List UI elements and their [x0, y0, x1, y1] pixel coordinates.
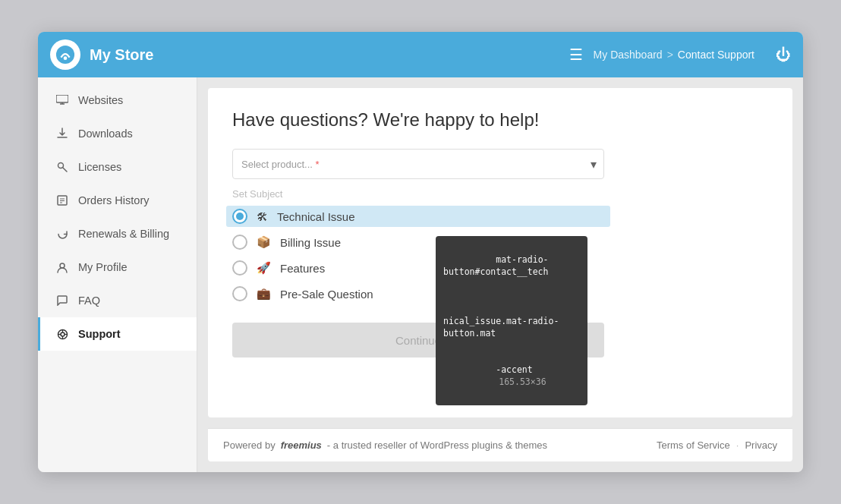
- profile-icon: [55, 260, 69, 274]
- sidebar: Websites Downloads Lic: [38, 77, 197, 472]
- orders-icon: [55, 194, 69, 207]
- svg-rect-2: [56, 95, 68, 102]
- content-panel: Have questions? We're happy to help! Sel…: [208, 88, 792, 417]
- main-content: Have questions? We're happy to help! Sel…: [197, 77, 803, 472]
- radio-technical-label: Technical Issue: [277, 210, 355, 223]
- sidebar-item-profile[interactable]: My Profile: [38, 250, 197, 284]
- sidebar-item-orders[interactable]: Orders History: [38, 184, 197, 217]
- sidebar-label-faq: FAQ: [78, 295, 100, 307]
- footer-tagline: - a trusted reseller of WordPress plugin…: [327, 439, 547, 451]
- sidebar-item-renewals[interactable]: Renewals & Billing: [38, 217, 197, 250]
- select-product-row: Select product... * ▾: [232, 149, 604, 179]
- sidebar-label-support: Support: [78, 328, 121, 340]
- radio-presale-label: Pre-Sale Question: [280, 288, 373, 301]
- app-window: My Store ☰ My Dashboard > Contact Suppor…: [38, 32, 803, 472]
- downloads-icon: [55, 127, 69, 140]
- subject-section: Set Subject: [232, 188, 604, 200]
- faq-icon: [55, 294, 69, 307]
- breadcrumb-separator: >: [667, 49, 673, 61]
- sidebar-label-profile: My Profile: [78, 261, 127, 273]
- power-icon[interactable]: ⏻: [776, 46, 791, 64]
- radio-features[interactable]: 🚀 Features: [232, 260, 604, 276]
- radio-billing-emoji: 📦: [257, 235, 271, 249]
- breadcrumb-dashboard[interactable]: My Dashboard: [594, 49, 663, 61]
- licenses-icon: [55, 160, 69, 174]
- sidebar-item-downloads[interactable]: Downloads: [38, 117, 197, 150]
- radio-features-emoji: 🚀: [257, 261, 271, 275]
- footer-dot: ·: [736, 439, 739, 451]
- subject-radio-group: 🛠 Technical Issue 📦 Billing Issue 🚀 Feat…: [232, 209, 604, 301]
- radio-billing-label: Billing Issue: [280, 236, 341, 249]
- svg-point-11: [60, 263, 65, 268]
- sidebar-label-orders: Orders History: [78, 194, 149, 206]
- footer: Powered by freemius - a trusted reseller…: [208, 428, 792, 461]
- main-layout: Websites Downloads Lic: [38, 77, 803, 472]
- radio-billing-circle: [232, 235, 247, 250]
- websites-icon: [55, 93, 69, 107]
- sidebar-label-renewals: Renewals & Billing: [78, 228, 169, 240]
- store-name: My Store: [90, 46, 153, 64]
- header: My Store ☰ My Dashboard > Contact Suppor…: [38, 32, 803, 77]
- privacy-link[interactable]: Privacy: [745, 439, 777, 451]
- radio-presale-emoji: 💼: [257, 287, 271, 301]
- svg-line-6: [63, 168, 68, 172]
- radio-presale-circle: [232, 286, 247, 301]
- sidebar-label-downloads: Downloads: [78, 128, 133, 140]
- radio-features-label: Features: [280, 262, 325, 275]
- radio-presale[interactable]: 💼 Pre-Sale Question: [232, 286, 604, 301]
- sidebar-item-licenses[interactable]: Licenses: [38, 150, 197, 184]
- radio-technical-issue[interactable]: 🛠 Technical Issue: [226, 206, 610, 227]
- sidebar-label-licenses: Licenses: [78, 161, 121, 173]
- sidebar-item-support[interactable]: Support: [38, 317, 197, 351]
- svg-point-1: [64, 56, 68, 60]
- radio-features-circle: [232, 260, 247, 276]
- radio-billing-issue[interactable]: 📦 Billing Issue: [232, 235, 604, 250]
- continue-button[interactable]: Continue: [232, 323, 604, 358]
- renewals-icon: [55, 227, 69, 241]
- breadcrumb: ☰ My Dashboard > Contact Support: [569, 46, 754, 64]
- select-product-wrapper: Select product... * ▾: [232, 149, 604, 179]
- page-title: Have questions? We're happy to help!: [232, 109, 768, 131]
- sidebar-item-websites[interactable]: Websites: [38, 83, 197, 117]
- breadcrumb-current: Contact Support: [678, 49, 754, 61]
- support-icon: [55, 327, 69, 341]
- sidebar-item-faq[interactable]: FAQ: [38, 284, 197, 317]
- product-select[interactable]: [232, 149, 604, 179]
- radio-technical-circle: [232, 209, 247, 224]
- svg-point-13: [61, 332, 65, 336]
- footer-right: Terms of Service · Privacy: [657, 439, 777, 451]
- support-form: Select product... * ▾ Set Subject �: [232, 149, 604, 358]
- freemius-brand: freemius: [281, 439, 322, 451]
- radio-technical-emoji: 🛠: [257, 210, 268, 223]
- footer-left: Powered by freemius - a trusted reseller…: [223, 439, 547, 451]
- sidebar-label-websites: Websites: [78, 94, 123, 106]
- terms-of-service-link[interactable]: Terms of Service: [657, 439, 730, 451]
- powered-by-text: Powered by: [223, 439, 276, 451]
- menu-icon[interactable]: ☰: [569, 46, 583, 64]
- store-logo: [50, 39, 80, 70]
- subject-label: Set Subject: [232, 188, 604, 200]
